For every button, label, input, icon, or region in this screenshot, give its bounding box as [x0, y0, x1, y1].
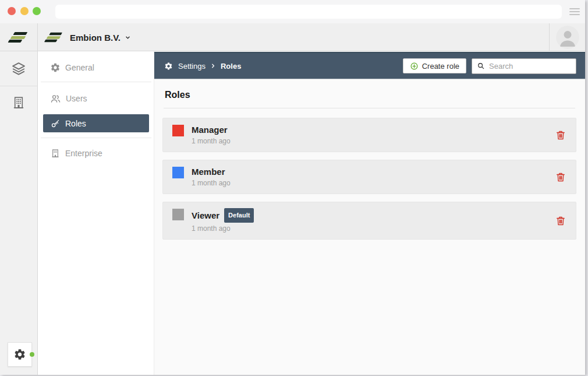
create-role-button[interactable]: Create role	[403, 58, 466, 73]
maximize-window-icon[interactable]	[33, 7, 41, 15]
organization-switcher[interactable]: Embion B.V.	[46, 23, 131, 51]
app-window: Embion B.V. Genera	[0, 0, 585, 375]
sidebar-divider	[41, 138, 151, 138]
roles-panel: Roles Manager 1 month ago Member 1 month…	[154, 79, 585, 375]
chevron-right-icon	[210, 63, 216, 69]
role-row-member[interactable]: Member 1 month ago	[162, 160, 576, 194]
role-name: Manager	[192, 124, 231, 135]
search-icon	[477, 62, 485, 70]
delete-role-button[interactable]	[555, 215, 566, 227]
embion-logo-icon	[47, 32, 62, 43]
building-icon	[11, 95, 26, 110]
browser-menu-icon[interactable]	[569, 8, 580, 15]
sidebar-item-general[interactable]: General	[38, 59, 154, 76]
role-name: ViewerDefault	[192, 208, 254, 223]
breadcrumb-settings[interactable]: Settings	[178, 62, 206, 71]
sidebar-item-enterprise[interactable]: Enterprise	[38, 145, 154, 162]
sidebar-item-label: Enterprise	[65, 149, 102, 158]
layers-icon	[10, 61, 27, 77]
building-icon	[50, 148, 61, 159]
search-box	[472, 58, 576, 74]
address-bar[interactable]	[55, 5, 562, 19]
trash-icon	[555, 129, 566, 141]
sidebar-item-label: Roles	[65, 119, 86, 128]
sidebar-item-users[interactable]: Users	[38, 90, 154, 107]
sidebar-item-label: General	[65, 63, 94, 72]
settings-sidebar: General Users Roles Enterprise	[38, 51, 154, 375]
online-status-dot	[30, 352, 34, 357]
trash-icon	[555, 215, 566, 227]
role-name: Member	[192, 166, 231, 177]
content-area: Settings Roles Create role Roles	[154, 51, 585, 375]
browser-chrome	[0, 0, 585, 23]
page-title: Roles	[165, 90, 576, 100]
organization-name: Embion B.V.	[70, 33, 121, 43]
rail-item-stack[interactable]	[0, 61, 37, 77]
role-row-viewer[interactable]: ViewerDefault 1 month ago	[162, 202, 576, 240]
role-info: Member 1 month ago	[192, 166, 231, 188]
minimize-window-icon[interactable]	[20, 7, 29, 15]
gear-icon	[13, 348, 26, 361]
search-input[interactable]	[489, 62, 571, 71]
close-window-icon[interactable]	[8, 7, 16, 15]
gear-icon	[50, 62, 61, 73]
default-badge: Default	[224, 208, 254, 223]
sidebar-divider	[41, 82, 151, 82]
chevron-down-icon	[125, 34, 131, 41]
role-updated: 1 month ago	[192, 179, 231, 188]
delete-role-button[interactable]	[555, 171, 566, 183]
users-icon	[50, 93, 61, 104]
app-header: Embion B.V.	[0, 23, 585, 51]
embion-logo-icon	[10, 31, 27, 43]
role-updated: 1 month ago	[192, 137, 231, 146]
role-color-swatch	[172, 167, 184, 178]
key-icon	[50, 118, 61, 129]
sidebar-item-roles[interactable]: Roles	[43, 114, 149, 132]
breadcrumb-roles: Roles	[221, 62, 241, 71]
rail-item-enterprise[interactable]	[0, 95, 37, 110]
role-info: ViewerDefault 1 month ago	[192, 208, 254, 233]
rail-divider	[0, 86, 37, 86]
delete-role-button[interactable]	[555, 129, 566, 141]
sidebar-item-label: Users	[66, 94, 87, 103]
user-avatar[interactable]	[556, 26, 579, 49]
role-updated: 1 month ago	[192, 224, 254, 233]
create-role-label: Create role	[422, 62, 459, 71]
role-info: Manager 1 month ago	[192, 124, 231, 146]
header-divider	[549, 23, 550, 51]
trash-icon	[555, 171, 566, 183]
title-divider	[164, 108, 575, 108]
breadcrumb-bar: Settings Roles Create role	[154, 52, 585, 79]
role-color-swatch	[172, 125, 184, 136]
system-settings-button[interactable]	[8, 342, 32, 367]
gear-icon	[164, 62, 173, 71]
icon-rail	[0, 51, 38, 375]
role-row-manager[interactable]: Manager 1 month ago	[162, 118, 576, 152]
plus-circle-icon	[410, 62, 419, 71]
role-color-swatch	[172, 209, 184, 220]
app-logo	[0, 23, 38, 51]
